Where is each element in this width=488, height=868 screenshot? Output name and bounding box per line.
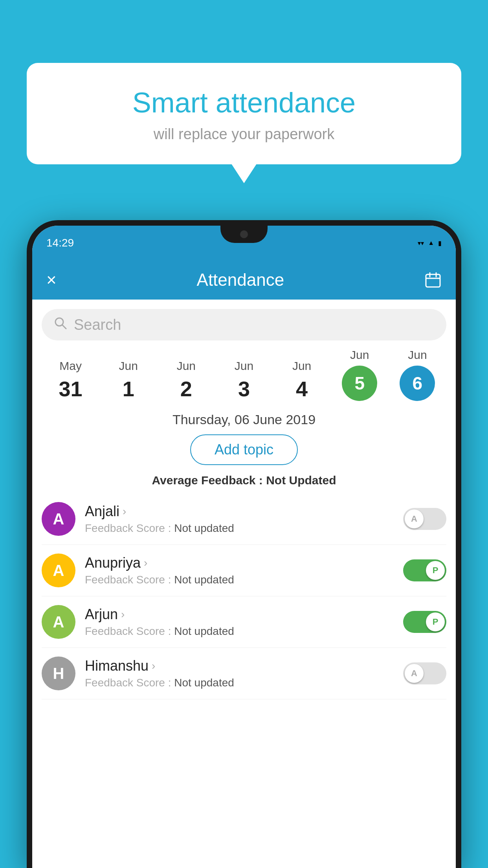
date-month-3: Jun: [235, 359, 253, 373]
student-list: AAnjali ›Feedback Score : Not updatedAAA…: [32, 493, 456, 699]
date-selector: May31Jun1Jun2Jun3Jun4Jun5Jun6: [32, 340, 456, 401]
date-month-1: Jun: [119, 359, 138, 373]
student-info-1: Anupriya ›Feedback Score : Not updated: [85, 555, 394, 586]
selected-date: Thursday, 06 June 2019: [32, 412, 456, 427]
toggle-knob: P: [426, 561, 445, 580]
chevron-icon: ›: [121, 608, 125, 621]
student-feedback-3: Feedback Score : Not updated: [85, 677, 394, 689]
chevron-icon: ›: [123, 505, 126, 518]
status-time: 14:29: [46, 237, 74, 249]
speech-bubble-container: Smart attendance will replace your paper…: [27, 63, 461, 164]
search-icon: [53, 316, 68, 334]
signal-icon: ▲: [428, 239, 434, 246]
date-item-4[interactable]: Jun4: [278, 359, 325, 401]
phone-frame: 14:29 ▾▾ ▲ ▮ × Attendance: [27, 220, 461, 868]
calendar-icon[interactable]: [424, 271, 442, 289]
toggle-knob: A: [405, 509, 424, 528]
camera: [240, 230, 248, 238]
date-day-1: 1: [123, 377, 134, 401]
toggle-3[interactable]: A: [403, 662, 446, 684]
svg-rect-0: [426, 274, 440, 287]
student-feedback-0: Feedback Score : Not updated: [85, 522, 394, 535]
avg-feedback-label: Average Feedback :: [152, 474, 262, 487]
speech-bubble: Smart attendance will replace your paper…: [27, 63, 461, 164]
battery-icon: ▮: [438, 239, 442, 247]
toggle-0[interactable]: A: [403, 508, 446, 530]
student-feedback-1: Feedback Score : Not updated: [85, 574, 394, 586]
toggle-off[interactable]: A: [403, 508, 446, 530]
student-item-1: AAnupriya ›Feedback Score : Not updatedP: [42, 545, 446, 596]
svg-line-5: [62, 325, 66, 329]
date-item-3[interactable]: Jun3: [220, 359, 268, 401]
chevron-icon: ›: [152, 660, 155, 672]
wifi-icon: ▾▾: [418, 239, 424, 247]
date-month-2: Jun: [177, 359, 196, 373]
date-item-2[interactable]: Jun2: [163, 359, 210, 401]
notch: [220, 226, 268, 243]
student-feedback-2: Feedback Score : Not updated: [85, 625, 394, 638]
toggle-knob: A: [405, 664, 424, 683]
bubble-subtitle: will replace your paperwork: [42, 126, 446, 143]
student-info-2: Arjun ›Feedback Score : Not updated: [85, 606, 394, 638]
student-avatar-3: H: [42, 657, 75, 690]
date-item-0[interactable]: May31: [47, 359, 94, 401]
search-bar[interactable]: Search: [42, 309, 446, 340]
student-avatar-2: A: [42, 605, 75, 639]
student-avatar-1: A: [42, 554, 75, 587]
toggle-knob: P: [426, 612, 445, 631]
student-info-3: Himanshu ›Feedback Score : Not updated: [85, 658, 394, 689]
date-month-5: Jun: [350, 348, 369, 362]
chevron-icon: ›: [144, 557, 147, 569]
toggle-on[interactable]: P: [403, 559, 446, 581]
app-header: × Attendance: [32, 260, 456, 300]
status-bar: 14:29 ▾▾ ▲ ▮: [32, 226, 456, 260]
date-day-2: 2: [180, 377, 192, 401]
toggle-2[interactable]: P: [403, 611, 446, 633]
bubble-title: Smart attendance: [42, 86, 446, 119]
student-name-1[interactable]: Anupriya ›: [85, 555, 394, 571]
student-name-0[interactable]: Anjali ›: [85, 503, 394, 520]
toggle-on[interactable]: P: [403, 611, 446, 633]
status-icons: ▾▾ ▲ ▮: [418, 239, 442, 247]
student-name-3[interactable]: Himanshu ›: [85, 658, 394, 674]
close-button[interactable]: ×: [46, 270, 57, 290]
student-item-3: HHimanshu ›Feedback Score : Not updatedA: [42, 648, 446, 699]
date-day-6: 6: [413, 373, 423, 394]
date-item-6[interactable]: Jun6: [394, 348, 441, 401]
add-topic-button[interactable]: Add topic: [190, 434, 298, 465]
toggle-1[interactable]: P: [403, 559, 446, 581]
student-item-0: AAnjali ›Feedback Score : Not updatedA: [42, 493, 446, 545]
date-month-6: Jun: [408, 348, 427, 362]
student-avatar-0: A: [42, 502, 75, 536]
avg-feedback-value: Not Updated: [266, 474, 336, 487]
student-name-2[interactable]: Arjun ›: [85, 606, 394, 623]
toggle-off[interactable]: A: [403, 662, 446, 684]
date-month-0: May: [59, 359, 82, 373]
avg-feedback: Average Feedback : Not Updated: [32, 474, 456, 487]
date-day-4: 4: [296, 377, 308, 401]
student-info-0: Anjali ›Feedback Score : Not updated: [85, 503, 394, 535]
phone-screen: 14:29 ▾▾ ▲ ▮ × Attendance: [32, 226, 456, 868]
date-day-5: 5: [354, 373, 365, 394]
date-day-0: 31: [59, 377, 83, 401]
search-input[interactable]: Search: [74, 316, 121, 333]
header-title: Attendance: [197, 270, 284, 290]
date-month-4: Jun: [292, 359, 311, 373]
date-item-5[interactable]: Jun5: [336, 348, 383, 401]
date-item-1[interactable]: Jun1: [105, 359, 152, 401]
student-item-2: AArjun ›Feedback Score : Not updatedP: [42, 596, 446, 648]
date-day-3: 3: [238, 377, 250, 401]
